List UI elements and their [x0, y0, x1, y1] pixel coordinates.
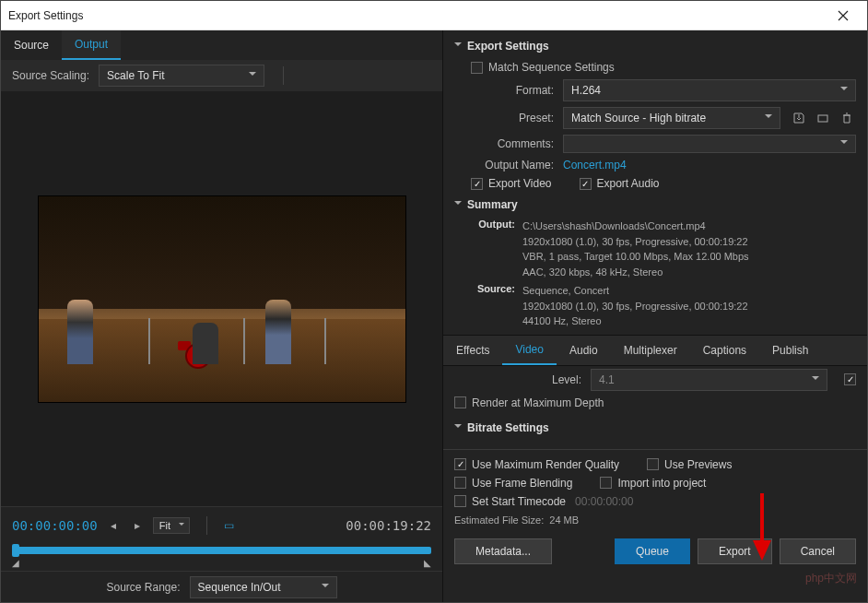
- comments-label: Comments:: [471, 137, 554, 150]
- scrub-bar[interactable]: ◢◣: [1, 543, 442, 571]
- preset-label: Preset:: [471, 112, 554, 124]
- cancel-button[interactable]: Cancel: [780, 538, 856, 564]
- queue-button[interactable]: Queue: [615, 538, 690, 564]
- export-button[interactable]: Export: [698, 538, 772, 564]
- prev-frame-button[interactable]: ◂: [105, 517, 122, 534]
- settings-tabs: Effects Video Audio Multiplexer Captions…: [443, 335, 867, 366]
- chevron-down-icon: [454, 424, 462, 432]
- tab-publish[interactable]: Publish: [759, 336, 821, 365]
- tab-effects[interactable]: Effects: [443, 336, 502, 365]
- close-button[interactable]: [827, 3, 860, 29]
- divider: [283, 66, 284, 85]
- window-title: Export Settings: [8, 9, 827, 22]
- level-dropdown[interactable]: 4.1: [591, 369, 827, 391]
- save-preset-icon[interactable]: [790, 109, 808, 127]
- max-render-quality-checkbox[interactable]: ✓: [454, 458, 466, 470]
- estimated-size: Estimated File Size: 24 MB: [443, 511, 867, 529]
- level-match-checkbox[interactable]: ✓: [844, 373, 856, 385]
- preview-tabs: Source Output: [1, 30, 442, 60]
- left-panel: Source Output Source Scaling: Scale To F…: [1, 30, 443, 602]
- delete-preset-icon[interactable]: [838, 109, 856, 127]
- timecode-start[interactable]: 00:00:00:00: [12, 518, 98, 533]
- chevron-down-icon: [454, 201, 462, 208]
- export-settings-header[interactable]: Export Settings: [454, 34, 856, 58]
- out-marker-icon[interactable]: ◣: [424, 558, 431, 568]
- render-max-depth-checkbox[interactable]: [454, 396, 466, 408]
- metadata-button[interactable]: Metadata...: [454, 538, 552, 564]
- export-video-checkbox[interactable]: ✓: [471, 178, 483, 190]
- output-name-label: Output Name:: [471, 159, 554, 171]
- video-preview[interactable]: [38, 195, 406, 403]
- scaling-row: Source Scaling: Scale To Fit: [1, 60, 442, 91]
- action-buttons: Metadata... Queue Export Cancel: [443, 529, 867, 573]
- format-dropdown[interactable]: H.264: [563, 79, 856, 101]
- match-sequence-label: Match Sequence Settings: [488, 61, 615, 74]
- tab-output[interactable]: Output: [62, 30, 121, 60]
- tab-video[interactable]: Video: [502, 336, 556, 365]
- use-previews-checkbox[interactable]: [647, 458, 659, 470]
- titlebar: Export Settings: [1, 1, 867, 30]
- level-label: Level:: [443, 373, 581, 386]
- next-frame-button[interactable]: ▸: [129, 517, 146, 534]
- comments-field[interactable]: [563, 135, 856, 153]
- zoom-dropdown[interactable]: Fit: [153, 517, 190, 534]
- summary-header[interactable]: Summary: [454, 193, 856, 217]
- tab-source[interactable]: Source: [1, 30, 62, 60]
- match-sequence-checkbox[interactable]: [471, 62, 483, 74]
- frame-blending-checkbox[interactable]: [454, 477, 466, 489]
- set-start-tc-checkbox[interactable]: [454, 495, 466, 507]
- summary-source-label: Source:: [471, 283, 515, 329]
- tab-multiplexer[interactable]: Multiplexer: [611, 336, 690, 365]
- import-preset-icon[interactable]: [814, 109, 832, 127]
- summary-output-label: Output:: [471, 219, 515, 279]
- tab-captions[interactable]: Captions: [690, 336, 759, 365]
- chevron-down-icon: [454, 42, 462, 50]
- source-range-dropdown[interactable]: Sequence In/Out: [190, 576, 337, 598]
- bitrate-header[interactable]: Bitrate Settings: [454, 416, 856, 440]
- timeline-controls: 00:00:00:00 ◂ ▸ Fit ▭ 00:00:19:22: [1, 506, 442, 543]
- tab-audio[interactable]: Audio: [557, 336, 611, 365]
- scaling-label: Source Scaling:: [12, 69, 89, 82]
- svg-rect-0: [818, 115, 827, 122]
- import-project-checkbox[interactable]: [600, 477, 612, 489]
- output-name-link[interactable]: Concert.mp4: [563, 159, 627, 171]
- right-panel: Export Settings Match Sequence Settings …: [443, 30, 867, 602]
- preset-dropdown[interactable]: Match Source - High bitrate: [563, 107, 780, 129]
- close-icon: [838, 10, 849, 21]
- format-label: Format:: [471, 84, 554, 97]
- preview-area: [1, 91, 442, 506]
- export-settings-window: Export Settings Source Output Source Sca…: [0, 0, 868, 603]
- summary-source-text: Sequence, Concert 1920x1080 (1.0), 30 fp…: [522, 283, 856, 329]
- export-audio-checkbox[interactable]: ✓: [580, 178, 592, 190]
- scaling-dropdown[interactable]: Scale To Fit: [99, 65, 264, 87]
- level-row: Level: 4.1 ✓: [443, 366, 867, 394]
- timecode-end: 00:00:19:22: [346, 518, 431, 533]
- playhead[interactable]: [12, 544, 19, 557]
- summary-output-text: C:\Users\shash\Downloads\Concert.mp4 192…: [522, 219, 856, 279]
- source-range-label: Source Range:: [106, 581, 180, 594]
- crop-icon[interactable]: ▭: [224, 519, 234, 532]
- source-range-row: Source Range: Sequence In/Out: [1, 571, 442, 602]
- render-max-depth-label: Render at Maximum Depth: [472, 396, 604, 409]
- in-marker-icon[interactable]: ◢: [12, 558, 19, 568]
